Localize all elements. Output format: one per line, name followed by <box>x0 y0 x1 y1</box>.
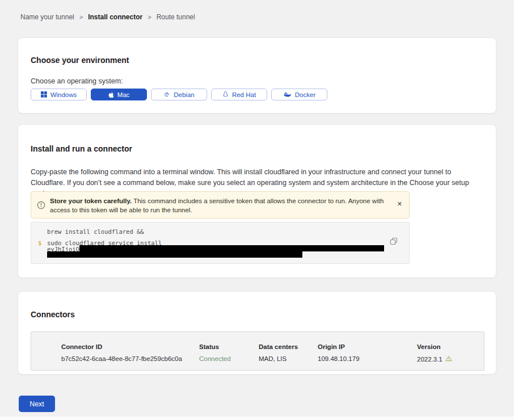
os-button-label: Red Hat <box>232 91 256 98</box>
shell-prompt: $ <box>38 240 41 246</box>
token-warning-banner: Store your token carefully. This command… <box>31 191 410 219</box>
os-button-label: Docker <box>295 91 315 98</box>
breadcrumb-separator: > <box>79 14 83 20</box>
header-version: Version <box>417 343 441 350</box>
header-data-centers: Data centers <box>259 343 298 350</box>
choose-environment-card: Choose your environment Choose an operat… <box>18 37 496 114</box>
token-warning-bold: Store your token carefully. <box>50 198 132 204</box>
tunnel-setup-page: Name your tunnel > Install connector > R… <box>0 0 514 420</box>
redacted-token-bar <box>47 251 302 258</box>
breadcrumb: Name your tunnel > Install connector > R… <box>20 13 195 21</box>
cell-data-centers: MAD, LIS <box>259 355 287 362</box>
cell-version: 2022.3.1 <box>417 355 452 363</box>
page-bottom-strip <box>0 417 514 420</box>
breadcrumb-route-tunnel[interactable]: Route tunnel <box>157 13 195 21</box>
os-button-label: Windows <box>50 91 77 98</box>
breadcrumb-separator: > <box>148 14 151 20</box>
redhat-linux-icon <box>222 91 229 98</box>
os-button-redhat[interactable]: Red Hat <box>211 89 267 100</box>
os-button-docker[interactable]: Docker <box>271 89 327 100</box>
os-button-label: Mac <box>117 91 130 98</box>
os-button-group: Windows Mac Debian Red Hat <box>31 89 327 100</box>
breadcrumb-name-your-tunnel[interactable]: Name your tunnel <box>20 13 74 21</box>
os-button-debian[interactable]: Debian <box>151 89 207 100</box>
cell-origin-ip: 109.48.10.179 <box>318 355 360 362</box>
token-warning-text: Store your token carefully. This command… <box>50 196 390 215</box>
connectors-title: Connectors <box>31 310 75 319</box>
next-button[interactable]: Next <box>19 396 55 412</box>
close-icon[interactable]: ✕ <box>397 201 402 207</box>
os-button-mac[interactable]: Mac <box>91 89 147 100</box>
install-command-code-block: brew install cloudflared && $ sudo cloud… <box>31 222 410 264</box>
breadcrumb-install-connector[interactable]: Install connector <box>88 13 142 21</box>
choose-environment-title: Choose your environment <box>31 56 129 65</box>
os-button-windows[interactable]: Windows <box>31 89 87 100</box>
debian-icon <box>163 91 170 98</box>
apple-icon <box>108 91 114 98</box>
install-connector-title: Install and run a connector <box>31 144 132 153</box>
header-origin-ip: Origin IP <box>318 343 345 350</box>
docker-icon <box>283 91 292 98</box>
status-badge: Connected <box>199 355 231 362</box>
copy-icon[interactable] <box>390 237 398 245</box>
version-value: 2022.3.1 <box>417 356 443 363</box>
connectors-table: Connector ID b7c52c42-6caa-48ee-8c77-fbe… <box>31 331 484 371</box>
warning-triangle-icon <box>445 355 452 363</box>
redacted-token-bar <box>79 245 384 251</box>
connectors-card: Connectors Connector ID b7c52c42-6caa-48… <box>18 291 496 375</box>
header-connector-id: Connector ID <box>61 343 102 350</box>
alert-circle-icon <box>37 201 45 209</box>
header-status: Status <box>199 343 219 350</box>
os-select-label: Choose an operating system: <box>31 77 123 85</box>
install-connector-card: Install and run a connector Copy-paste t… <box>18 124 496 278</box>
os-button-label: Debian <box>174 91 194 98</box>
code-line-brew-install: brew install cloudflared && <box>47 228 144 235</box>
cell-connector-id: b7c52c42-6caa-48ee-8c77-fbe259cb6c0a <box>61 355 182 362</box>
windows-icon <box>41 91 47 98</box>
